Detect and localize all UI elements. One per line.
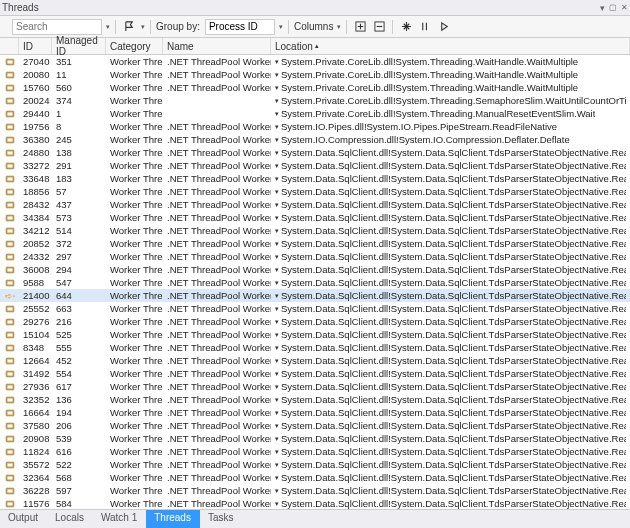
table-row[interactable]: 12664452Worker Thread.NET ThreadPool Wor…: [0, 354, 630, 367]
close-button[interactable]: ✕: [621, 3, 628, 12]
table-row[interactable]: 20024374Worker Thread▾System.Private.Cor…: [0, 94, 630, 107]
expand-row-icon[interactable]: ▾: [275, 357, 279, 365]
table-row[interactable]: 2008011Worker Thread.NET ThreadPool Work…: [0, 68, 630, 81]
expand-row-icon[interactable]: ▾: [275, 162, 279, 170]
expand-row-icon[interactable]: ▾: [275, 97, 279, 105]
pin-icon[interactable]: ▾: [600, 3, 605, 13]
table-row[interactable]: 29276216Worker Thread.NET ThreadPool Wor…: [0, 315, 630, 328]
table-row[interactable]: 11576584Worker Thread.NET ThreadPool Wor…: [0, 497, 630, 509]
expand-row-icon[interactable]: ▾: [275, 201, 279, 209]
table-row[interactable]: 31492554Worker Thread.NET ThreadPool Wor…: [0, 367, 630, 380]
table-row[interactable]: 24332297Worker Thread.NET ThreadPool Wor…: [0, 250, 630, 263]
expand-row-icon[interactable]: ▾: [275, 474, 279, 482]
expand-row-icon[interactable]: ▾: [275, 487, 279, 495]
col-id[interactable]: ID: [19, 38, 52, 54]
expand-row-icon[interactable]: ▾: [275, 344, 279, 352]
cell-category: Worker Thread: [106, 316, 163, 327]
expand-row-icon[interactable]: ▾: [275, 409, 279, 417]
table-row[interactable]: 11824616Worker Thread.NET ThreadPool Wor…: [0, 445, 630, 458]
table-row[interactable]: 16664194Worker Thread.NET ThreadPool Wor…: [0, 406, 630, 419]
svg-rect-43: [7, 320, 12, 323]
table-row[interactable]: 34384573Worker Thread.NET ThreadPool Wor…: [0, 211, 630, 224]
collapse-all-icon[interactable]: [371, 19, 387, 35]
expand-row-icon[interactable]: ▾: [275, 370, 279, 378]
expand-row-icon[interactable]: ▾: [275, 240, 279, 248]
maximize-button[interactable]: ▢: [609, 3, 617, 12]
table-row[interactable]: 33648183Worker Thread.NET ThreadPool Wor…: [0, 172, 630, 185]
table-row[interactable]: 20852372Worker Thread.NET ThreadPool Wor…: [0, 237, 630, 250]
expand-row-icon[interactable]: ▾: [275, 71, 279, 79]
expand-row-icon[interactable]: ▾: [275, 253, 279, 261]
col-name[interactable]: Name: [163, 38, 271, 54]
group-dropdown[interactable]: ▾: [279, 23, 283, 31]
columns-label[interactable]: Columns: [294, 21, 333, 32]
freeze-icon[interactable]: [398, 19, 414, 35]
run-icon[interactable]: [436, 19, 452, 35]
expand-row-icon[interactable]: ▾: [275, 448, 279, 456]
expand-row-icon[interactable]: ▾: [275, 227, 279, 235]
expand-row-icon[interactable]: ▾: [275, 110, 279, 118]
table-row[interactable]: 20908539Worker Thread.NET ThreadPool Wor…: [0, 432, 630, 445]
expand-row-icon[interactable]: ▾: [275, 500, 279, 508]
table-row[interactable]: 24880138Worker Thread.NET ThreadPool Wor…: [0, 146, 630, 159]
expand-row-icon[interactable]: ▾: [275, 214, 279, 222]
expand-row-icon[interactable]: ▾: [275, 279, 279, 287]
table-row[interactable]: 1885657Worker Thread.NET ThreadPool Work…: [0, 185, 630, 198]
search-dropdown[interactable]: ▾: [106, 23, 110, 31]
expand-row-icon[interactable]: ▾: [275, 331, 279, 339]
expand-row-icon[interactable]: ▾: [275, 396, 279, 404]
thaw-icon[interactable]: [417, 19, 433, 35]
table-row[interactable]: 15104525Worker Thread.NET ThreadPool Wor…: [0, 328, 630, 341]
expand-row-icon[interactable]: ▾: [275, 123, 279, 131]
expand-row-icon[interactable]: ▾: [275, 305, 279, 313]
expand-row-icon[interactable]: ▾: [275, 175, 279, 183]
table-row[interactable]: 197568Worker Thread.NET ThreadPool Worke…: [0, 120, 630, 133]
table-row[interactable]: 36008294Worker Thread.NET ThreadPool Wor…: [0, 263, 630, 276]
group-by-input[interactable]: [205, 19, 275, 35]
expand-row-icon[interactable]: ▾: [275, 461, 279, 469]
tab-output[interactable]: Output: [0, 510, 47, 528]
table-row[interactable]: 8348555Worker Thread.NET ThreadPool Work…: [0, 341, 630, 354]
tab-locals[interactable]: Locals: [47, 510, 93, 528]
table-row[interactable]: 33272291Worker Thread.NET ThreadPool Wor…: [0, 159, 630, 172]
expand-row-icon[interactable]: ▾: [275, 435, 279, 443]
expand-row-icon[interactable]: ▾: [275, 84, 279, 92]
expand-all-icon[interactable]: [352, 19, 368, 35]
expand-row-icon[interactable]: ▾: [275, 292, 279, 300]
thread-grid[interactable]: 27040351Worker Thread.NET ThreadPool Wor…: [0, 55, 630, 509]
table-row[interactable]: 294401Worker Thread▾System.Private.CoreL…: [0, 107, 630, 120]
table-row[interactable]: 36228597Worker Thread.NET ThreadPool Wor…: [0, 484, 630, 497]
table-row[interactable]: 37580206Worker Thread.NET ThreadPool Wor…: [0, 419, 630, 432]
table-row[interactable]: 9588547Worker Thread.NET ThreadPool Work…: [0, 276, 630, 289]
table-row[interactable]: 15760560Worker Thread.NET ThreadPool Wor…: [0, 81, 630, 94]
expand-row-icon[interactable]: ▾: [275, 136, 279, 144]
expand-row-icon[interactable]: ▾: [275, 188, 279, 196]
col-category[interactable]: Category: [106, 38, 163, 54]
table-row[interactable]: 32364568Worker Thread.NET ThreadPool Wor…: [0, 471, 630, 484]
col-location[interactable]: Location▴: [271, 38, 630, 54]
table-row[interactable]: ➪21400644Worker Thread.NET ThreadPool Wo…: [0, 289, 630, 302]
flag-icon[interactable]: [121, 19, 137, 35]
flag-dropdown[interactable]: ▾: [141, 23, 145, 31]
table-row[interactable]: 25552663Worker Thread.NET ThreadPool Wor…: [0, 302, 630, 315]
expand-row-icon[interactable]: ▾: [275, 266, 279, 274]
tab-tasks[interactable]: Tasks: [200, 510, 243, 528]
columns-dropdown[interactable]: ▾: [337, 23, 341, 31]
table-row[interactable]: 32352136Worker Thread.NET ThreadPool Wor…: [0, 393, 630, 406]
expand-row-icon[interactable]: ▾: [275, 318, 279, 326]
tab-threads[interactable]: Threads: [146, 510, 200, 528]
expand-row-icon[interactable]: ▾: [275, 149, 279, 157]
col-managed-id[interactable]: Managed ID: [52, 38, 106, 54]
table-row[interactable]: 35572522Worker Thread.NET ThreadPool Wor…: [0, 458, 630, 471]
expand-row-icon[interactable]: ▾: [275, 422, 279, 430]
table-row[interactable]: 36380245Worker Thread.NET ThreadPool Wor…: [0, 133, 630, 146]
table-row[interactable]: 34212514Worker Thread.NET ThreadPool Wor…: [0, 224, 630, 237]
col-indicator[interactable]: [0, 38, 19, 54]
tab-watch[interactable]: Watch 1: [93, 510, 146, 528]
search-input[interactable]: [12, 19, 102, 35]
table-row[interactable]: 27040351Worker Thread.NET ThreadPool Wor…: [0, 55, 630, 68]
expand-row-icon[interactable]: ▾: [275, 383, 279, 391]
table-row[interactable]: 28432437Worker Thread.NET ThreadPool Wor…: [0, 198, 630, 211]
table-row[interactable]: 27936617Worker Thread.NET ThreadPool Wor…: [0, 380, 630, 393]
expand-row-icon[interactable]: ▾: [275, 58, 279, 66]
